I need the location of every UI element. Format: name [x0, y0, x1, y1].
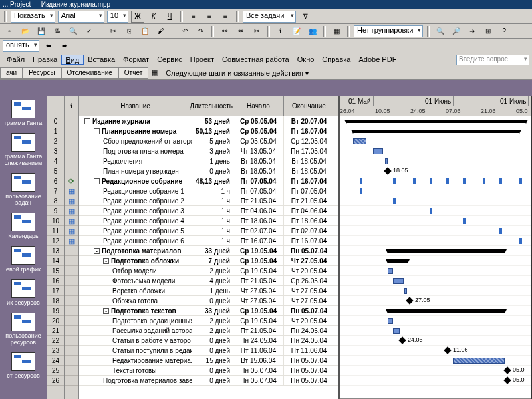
filter-dropdown[interactable]: Все задачи: [243, 11, 296, 23]
question-box[interactable]: Введите вопрос: [456, 55, 529, 65]
col-start[interactable]: Начало: [233, 96, 284, 116]
view-грамма Ганта[interactable]: грамма Ганта: [1, 98, 45, 128]
tab-Отслеживание[interactable]: Отслеживание: [61, 67, 118, 79]
new-button[interactable]: ▫: [3, 25, 16, 37]
assign-button[interactable]: 👥: [306, 25, 319, 37]
view-грамма Ганта слеживанием[interactable]: грамма Ганта слеживанием: [1, 132, 45, 168]
show-dropdown[interactable]: Показать: [11, 11, 55, 23]
task-row[interactable]: Редакционное собрание 21 чПт 21.05.04Пт …: [79, 196, 338, 206]
align-left-button[interactable]: ≡: [187, 11, 200, 23]
tab-Отчет[interactable]: Отчет: [118, 67, 148, 79]
outline-toggle[interactable]: -: [94, 248, 100, 254]
spelling-button[interactable]: ✓: [82, 25, 96, 37]
view-Календарь[interactable]: Календарь: [1, 211, 45, 241]
menu-Окно[interactable]: Окно: [293, 55, 319, 65]
view-пользование задач[interactable]: пользование задач: [1, 172, 45, 207]
task-row[interactable]: Редколлегия1 деньВт 18.05.04Вт 18.05.04: [79, 156, 338, 166]
align-center-button[interactable]: ≡: [203, 11, 216, 23]
outline-toggle[interactable]: -: [84, 118, 90, 124]
task-row[interactable]: Верстка обложки1 деньЧт 27.05.04Чт 27.05…: [79, 286, 338, 296]
redo-button[interactable]: ↷: [194, 25, 207, 37]
menu-Файл[interactable]: Файл: [3, 55, 29, 65]
task-row[interactable]: Редакционное собрание 41 чПт 18.06.04Пт …: [79, 216, 338, 226]
menu-Проект[interactable]: Проект: [186, 55, 218, 65]
fontsize-dropdown[interactable]: 10: [107, 11, 128, 23]
task-row[interactable]: Редакционное собрание 61 чПт 16.07.04Пт …: [79, 236, 338, 246]
menu-Совместная работа[interactable]: Совместная работа: [218, 55, 293, 65]
task-table[interactable]: -Издание журнала53 днейСр 05.05.04Вт 20.…: [79, 116, 338, 399]
task-row[interactable]: -Планирование номера50,13 днейСр 05.05.0…: [79, 126, 338, 136]
col-name[interactable]: Название: [79, 96, 192, 116]
info-button[interactable]: ℹ: [274, 25, 287, 37]
print-button[interactable]: 🖶: [51, 25, 64, 37]
preview-button[interactable]: 🔍: [66, 25, 80, 37]
next-steps-dropdown[interactable]: Следующие шаги и связанные действия ▾: [163, 68, 311, 78]
menu-Вставка[interactable]: Вставка: [84, 55, 119, 65]
wizard-button[interactable]: ⊞: [481, 25, 495, 37]
task-row[interactable]: Отбор модели2 днейСр 19.05.04Чт 20.05.04: [79, 266, 338, 276]
publish-button[interactable]: ▦: [330, 25, 343, 37]
level-dropdown[interactable]: овнять: [3, 40, 39, 52]
outline-toggle[interactable]: -: [94, 128, 100, 134]
task-row[interactable]: Редактирование материал15 днейВт 15.06.0…: [79, 356, 338, 366]
task-row[interactable]: Фотосъемка модели4 днейПт 21.05.04Ср 26.…: [79, 276, 338, 286]
task-row[interactable]: Статьи поступили в редак0 днейПт 11.06.0…: [79, 346, 338, 356]
help-button[interactable]: ?: [497, 25, 511, 37]
view-ик ресурсов[interactable]: ик ресурсов: [1, 278, 45, 307]
note-button[interactable]: 📝: [290, 25, 303, 37]
cut-button[interactable]: ✂: [106, 25, 120, 37]
task-row[interactable]: Обожка готова0 днейЧт 27.05.04Чт 27.05.0…: [79, 296, 338, 306]
task-row[interactable]: Редакционное собрание 31 чПт 04.06.04Пт …: [79, 206, 338, 216]
task-row[interactable]: Рассылка заданий авторам2 днейПт 21.05.0…: [79, 326, 338, 336]
task-row[interactable]: Подготовка материалов завек0 днейПн 05.0…: [79, 376, 338, 386]
goto-button[interactable]: ➜: [466, 25, 479, 37]
unlink-button[interactable]: ⚮: [234, 25, 247, 37]
menu-Вид[interactable]: Вид: [61, 55, 84, 65]
view-пользование ресурсов[interactable]: пользование ресурсов: [1, 311, 45, 347]
underline-button[interactable]: Ч: [163, 11, 176, 23]
menu-Правка[interactable]: Правка: [29, 55, 61, 65]
split-button[interactable]: ✂: [250, 25, 263, 37]
task-row[interactable]: -Издание журнала53 днейСр 05.05.04Вт 20.…: [79, 116, 338, 126]
paste-button[interactable]: 📋: [138, 25, 152, 37]
task-row[interactable]: -Подготовка обложки7 днейСр 19.05.04Чт 2…: [79, 256, 338, 266]
task-row[interactable]: -Подготовка текстов33 днейСр 19.05.04Пн …: [79, 306, 338, 316]
italic-button[interactable]: К: [147, 11, 160, 23]
task-row[interactable]: Редакционное собрание 11 чПт 07.05.04Пт …: [79, 186, 338, 196]
indent-button[interactable]: ➡: [58, 40, 71, 52]
view-евой график[interactable]: евой график: [1, 245, 45, 274]
outline-toggle[interactable]: -: [103, 258, 109, 264]
tab-ачи[interactable]: ачи: [0, 67, 23, 79]
bold-button[interactable]: Ж: [131, 11, 144, 23]
autofilter-button[interactable]: ∇: [299, 11, 312, 23]
outline-toggle[interactable]: -: [94, 178, 100, 184]
menu-Справка[interactable]: Справка: [318, 55, 354, 65]
align-right-button[interactable]: ≡: [219, 11, 232, 23]
outdent-button[interactable]: ⬅: [42, 40, 55, 52]
task-row[interactable]: -Редакционное собрание48,13 днейПт 07.05…: [79, 176, 338, 186]
link-button[interactable]: ⚯: [218, 25, 231, 37]
task-row[interactable]: Статьи в работе у авторо0 днейПн 24.05.0…: [79, 336, 338, 346]
task-row[interactable]: -Подготовка материалов33 днейСр 19.05.04…: [79, 246, 338, 256]
task-row[interactable]: Подготовка плана номера3 днейЧт 13.05.04…: [79, 146, 338, 156]
task-row[interactable]: Тексты готовы0 днейПн 05.07.04Пн 05.07.0…: [79, 366, 338, 376]
font-dropdown[interactable]: Arial: [58, 11, 104, 23]
col-duration[interactable]: Длительность: [192, 96, 233, 116]
task-row[interactable]: Подготовка редакционных2 днейСр 19.05.04…: [79, 316, 338, 326]
view-ст ресурсов[interactable]: ст ресурсов: [1, 351, 45, 380]
undo-button[interactable]: ↶: [178, 25, 192, 37]
zoom-in-button[interactable]: 🔍: [434, 25, 447, 37]
col-end[interactable]: Окончание: [284, 96, 334, 116]
menu-Формат[interactable]: Формат: [119, 55, 153, 65]
open-button[interactable]: 📂: [19, 25, 32, 37]
task-row[interactable]: План номера утвержден0 днейВт 18.05.04Вт…: [79, 166, 338, 176]
zoom-out-button[interactable]: 🔎: [450, 25, 463, 37]
task-row[interactable]: Сбор предложений от авторов5 днейСр 05.0…: [79, 136, 338, 146]
save-button[interactable]: 💾: [35, 25, 48, 37]
menu-Adobe PDF[interactable]: Adobe PDF: [355, 55, 401, 65]
format-painter-button[interactable]: 🖌: [154, 25, 168, 37]
gantt-chart[interactable]: 01 Май01 Июнь01 Июль26.0410.0524.0507.06…: [338, 96, 531, 399]
tab-Ресурсы[interactable]: Ресурсы: [23, 67, 61, 79]
copy-button[interactable]: ⎘: [122, 25, 136, 37]
group-dropdown[interactable]: Нет группировки: [354, 25, 423, 37]
